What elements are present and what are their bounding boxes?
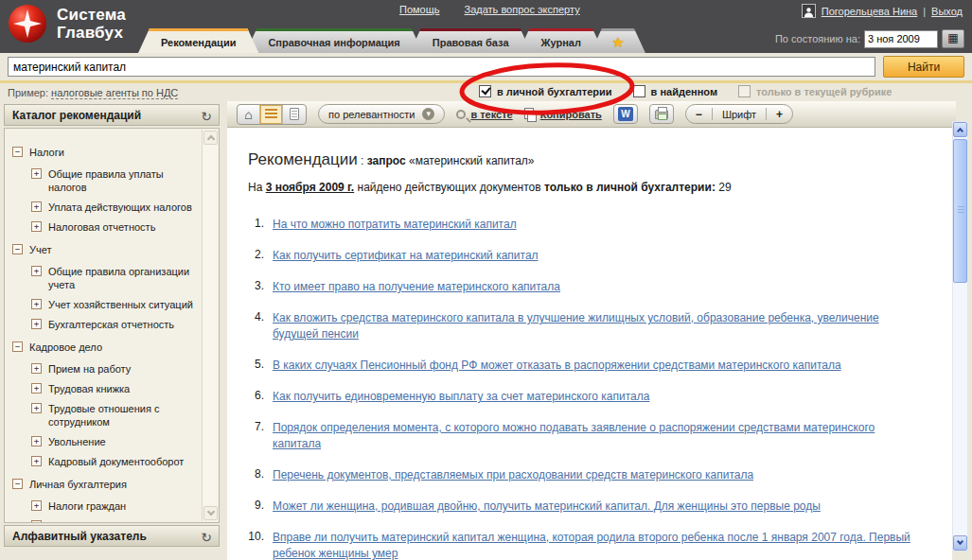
- tab-legal-base[interactable]: Правовая база: [410, 28, 532, 53]
- home-view-button[interactable]: ⌂: [238, 105, 260, 124]
- copy-link[interactable]: Копировать: [540, 109, 602, 120]
- result-link[interactable]: В каких случаях Пенсионный фонд РФ может…: [273, 358, 841, 374]
- tab-recommendations[interactable]: Рекомендации: [138, 28, 258, 53]
- expand-icon[interactable]: +: [31, 436, 42, 446]
- checkbox-icon[interactable]: [633, 85, 645, 97]
- expand-icon[interactable]: +: [31, 266, 42, 276]
- help-link[interactable]: Помощь: [399, 4, 440, 15]
- tree-node-label[interactable]: Налоговая отчетность: [48, 220, 155, 234]
- result-link[interactable]: Как получить единовременную выплату за с…: [273, 389, 649, 405]
- tree-node-label[interactable]: Уплата действующих налогов: [48, 201, 192, 214]
- result-link[interactable]: Кто имеет право на получение материнског…: [273, 279, 560, 295]
- checkbox-checked-icon[interactable]: [479, 85, 491, 97]
- tree-node[interactable]: + Учет хозяйственных ситуаций: [31, 298, 196, 311]
- ask-expert-link[interactable]: Задать вопрос эксперту: [465, 4, 580, 15]
- content-scrollbar[interactable]: [952, 121, 968, 551]
- expand-icon[interactable]: +: [31, 403, 42, 413]
- expand-icon[interactable]: +: [31, 383, 42, 394]
- tree-node-accounting[interactable]: − Учет: [12, 243, 196, 256]
- result-link[interactable]: Вправе ли получить материнский капитал ж…: [273, 530, 910, 560]
- tree-node-label[interactable]: Личная бухгалтерия: [29, 478, 127, 491]
- result-link[interactable]: Может ли женщина, родившая двойню, получ…: [273, 499, 821, 515]
- collapse-icon[interactable]: −: [12, 147, 23, 157]
- tree-node-personal[interactable]: − Личная бухгалтерия: [12, 478, 196, 491]
- tree-node[interactable]: + Трудовые отношения с сотрудником: [31, 402, 196, 429]
- scrollbar-thumb[interactable]: [953, 139, 967, 283]
- alphabet-header[interactable]: Алфавитный указатель ↻: [4, 525, 220, 547]
- checkbox-personal-accounting[interactable]: в личной бухгалтерии: [479, 85, 612, 97]
- sort-dropdown[interactable]: по релевантности ▾: [318, 104, 445, 124]
- collapse-icon[interactable]: −: [12, 341, 23, 352]
- font-decrease-button[interactable]: −: [696, 108, 702, 121]
- tree-node-label[interactable]: Прием на работу: [48, 362, 131, 376]
- result-link[interactable]: Порядок определения момента, с которого …: [273, 420, 910, 452]
- expand-icon[interactable]: +: [31, 299, 42, 309]
- tree-node[interactable]: + Бухгалтерская отчетность: [31, 318, 196, 331]
- expand-icon[interactable]: +: [31, 168, 42, 179]
- summary-date-link[interactable]: 3 ноября 2009 г.: [266, 181, 355, 194]
- tree-node-label[interactable]: Трудовая книжка: [48, 382, 130, 395]
- expand-icon[interactable]: +: [31, 201, 42, 212]
- tree-node-label[interactable]: Налоги граждан: [48, 499, 126, 513]
- document-view-button[interactable]: [283, 105, 306, 124]
- expand-icon[interactable]: +: [31, 456, 42, 466]
- print-button[interactable]: [649, 104, 674, 124]
- date-input[interactable]: [864, 30, 938, 48]
- tree-node[interactable]: + Общие правила организации учета: [31, 265, 196, 291]
- in-text-link[interactable]: в тексте: [470, 109, 512, 120]
- sidebar-scrollbar[interactable]: [202, 130, 218, 521]
- search-input[interactable]: [8, 57, 875, 77]
- tree-node-label[interactable]: Кадровый документооборот: [48, 455, 184, 468]
- collapse-icon[interactable]: −: [12, 244, 23, 254]
- tree-node-taxes[interactable]: − Налоги: [12, 146, 196, 159]
- expand-icon[interactable]: +: [31, 500, 42, 511]
- tree-node[interactable]: + Увольнение: [31, 435, 196, 448]
- refresh-icon[interactable]: ↻: [201, 527, 212, 548]
- scroll-down-button[interactable]: [203, 506, 218, 520]
- result-link[interactable]: На что можно потратить материнский капит…: [273, 217, 517, 233]
- catalog-header[interactable]: Каталог рекомендаций ↻: [4, 104, 220, 126]
- user-name-link[interactable]: Погорельцева Нина: [822, 6, 917, 17]
- tab-favorites[interactable]: ★: [591, 28, 645, 53]
- expand-icon[interactable]: +: [31, 520, 42, 523]
- result-link[interactable]: Как получить сертификат на материнский к…: [273, 248, 539, 264]
- tree-node-label[interactable]: Учет: [29, 243, 52, 256]
- refresh-icon[interactable]: ↻: [201, 106, 212, 127]
- result-link[interactable]: Перечень документов, представляемых при …: [273, 467, 753, 483]
- tree-node[interactable]: + Уплата действующих налогов: [31, 201, 196, 214]
- find-button[interactable]: Найти: [883, 56, 964, 78]
- tab-journal[interactable]: Журнал: [519, 28, 604, 53]
- tree-node[interactable]: + Кадровый документооборот: [31, 455, 196, 468]
- export-word-button[interactable]: W: [613, 104, 638, 124]
- tree-node-hr[interactable]: − Кадровое дело: [12, 341, 196, 354]
- tree-node-label[interactable]: Пенсионные накопления: [48, 519, 168, 523]
- tree-node-label[interactable]: Кадровое дело: [29, 341, 102, 354]
- expand-icon[interactable]: +: [31, 319, 42, 329]
- copy-control[interactable]: Копировать: [524, 108, 602, 120]
- tree-node[interactable]: + Налоговая отчетность: [31, 220, 196, 234]
- logout-link[interactable]: Выход: [931, 6, 963, 17]
- checkbox-in-found[interactable]: в найденном: [633, 85, 717, 97]
- tree-node[interactable]: + Трудовая книжка: [31, 382, 196, 395]
- scroll-up-button[interactable]: [203, 131, 218, 145]
- expand-icon[interactable]: +: [31, 363, 42, 374]
- tab-reference-info[interactable]: Справочная информация: [245, 28, 422, 53]
- expand-icon[interactable]: +: [31, 221, 42, 232]
- tree-node-label[interactable]: Общие правила уплаты налогов: [48, 167, 196, 194]
- tree-node[interactable]: + Налоги граждан: [31, 499, 196, 513]
- tree-node-label[interactable]: Увольнение: [48, 435, 106, 448]
- result-link[interactable]: Как вложить средства материнского капита…: [273, 310, 910, 342]
- tree-node[interactable]: + Пенсионные накопления: [31, 519, 196, 523]
- tree-node-label[interactable]: Бухгалтерская отчетность: [48, 318, 174, 331]
- tree-node-label[interactable]: Трудовые отношения с сотрудником: [48, 402, 196, 429]
- tree-node-label[interactable]: Общие правила организации учета: [48, 265, 196, 291]
- calendar-button[interactable]: ▦: [942, 29, 964, 48]
- font-increase-button[interactable]: +: [776, 108, 783, 121]
- tree-node-label[interactable]: Налоги: [29, 146, 64, 159]
- tree-node[interactable]: + Общие правила уплаты налогов: [31, 167, 196, 194]
- list-view-button[interactable]: [260, 105, 283, 124]
- tree-node[interactable]: + Прием на работу: [31, 362, 196, 376]
- collapse-icon[interactable]: −: [12, 479, 23, 489]
- scroll-down-button[interactable]: [953, 535, 967, 551]
- example-link[interactable]: налоговые агенты по НДС: [51, 87, 178, 99]
